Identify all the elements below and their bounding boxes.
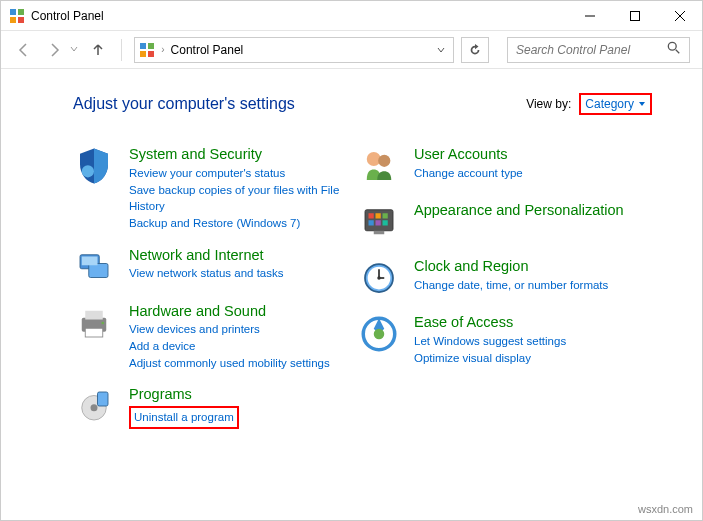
right-column: User Accounts Change account type Appear… [358,145,643,443]
category-link[interactable]: Backup and Restore (Windows 7) [129,215,358,232]
svg-rect-9 [148,43,154,49]
svg-rect-31 [369,220,374,225]
content-header: Adjust your computer's settings View by:… [73,93,702,115]
navbar: › Control Panel [1,31,702,69]
category-link[interactable]: Let Windows suggest settings [414,333,643,350]
svg-rect-3 [18,17,24,23]
svg-point-41 [374,329,385,340]
svg-point-12 [668,42,676,50]
address-bar[interactable]: › Control Panel [134,37,454,63]
recent-locations-button[interactable] [69,43,79,57]
control-panel-small-icon [139,42,155,58]
category-appearance: Appearance and Personalization [358,201,643,243]
category-user-accounts: User Accounts Change account type [358,145,643,187]
search-box[interactable] [507,37,690,63]
breadcrumb-chevron-icon[interactable]: › [161,44,164,55]
highlighted-link: Uninstall a program [129,406,239,429]
svg-rect-5 [630,11,639,20]
category-title[interactable]: Appearance and Personalization [414,201,643,220]
svg-point-21 [101,321,104,324]
minimize-button[interactable] [567,1,612,31]
svg-rect-19 [85,310,103,319]
category-hardware-sound: Hardware and Sound View devices and prin… [73,302,358,372]
category-link[interactable]: Adjust commonly used mobility settings [129,355,358,372]
svg-rect-20 [85,328,103,337]
categories-grid: System and Security Review your computer… [73,145,702,443]
category-link[interactable]: Change account type [414,165,643,182]
category-title[interactable]: Network and Internet [129,246,358,265]
category-link[interactable]: View network status and tasks [129,265,358,282]
svg-rect-28 [369,213,374,218]
category-link[interactable]: View devices and printers [129,321,358,338]
breadcrumb-text[interactable]: Control Panel [171,43,428,57]
category-system-security: System and Security Review your computer… [73,145,358,232]
control-panel-icon [9,8,25,24]
category-title[interactable]: Clock and Region [414,257,643,276]
ease-of-access-icon [358,313,400,355]
category-title[interactable]: Programs [129,385,358,404]
network-icon [73,246,115,288]
search-icon[interactable] [667,41,681,58]
titlebar-left: Control Panel [9,8,104,24]
svg-rect-0 [10,9,16,15]
category-link[interactable]: Save backup copies of your files with Fi… [129,182,358,215]
svg-rect-32 [376,220,381,225]
appearance-icon [358,201,400,243]
up-button[interactable] [87,38,109,62]
programs-icon [73,385,115,427]
forward-button[interactable] [43,38,65,62]
view-by-value: Category [585,97,634,111]
titlebar: Control Panel [1,1,702,31]
svg-line-13 [676,50,680,54]
back-button[interactable] [13,38,35,62]
svg-rect-29 [376,213,381,218]
category-link[interactable]: Optimize visual display [414,350,643,367]
svg-rect-11 [148,51,154,57]
svg-point-39 [377,276,381,280]
category-title[interactable]: System and Security [129,145,358,164]
category-clock-region: Clock and Region Change date, time, or n… [358,257,643,299]
nav-divider [121,39,122,61]
svg-rect-24 [98,392,109,406]
category-ease-of-access: Ease of Access Let Windows suggest setti… [358,313,643,366]
svg-rect-33 [383,220,388,225]
svg-rect-34 [374,231,385,235]
svg-rect-1 [18,9,24,15]
view-by-control: View by: Category [526,93,652,115]
category-title[interactable]: Hardware and Sound [129,302,358,321]
left-column: System and Security Review your computer… [73,145,358,443]
category-link[interactable]: Add a device [129,338,358,355]
shield-icon [73,145,115,187]
view-by-label: View by: [526,97,571,111]
printer-icon [73,302,115,344]
uninstall-program-link[interactable]: Uninstall a program [134,409,234,426]
search-input[interactable] [516,43,667,57]
view-by-dropdown[interactable]: Category [579,93,652,115]
svg-rect-16 [89,263,108,277]
chevron-down-icon [638,100,646,108]
svg-rect-10 [140,51,146,57]
category-programs: Programs Uninstall a program [73,385,358,429]
clock-icon [358,257,400,299]
page-title: Adjust your computer's settings [73,95,295,113]
category-link[interactable]: Review your computer's status [129,165,358,182]
svg-rect-8 [140,43,146,49]
refresh-button[interactable] [461,37,489,63]
maximize-button[interactable] [612,1,657,31]
category-title[interactable]: User Accounts [414,145,643,164]
watermark: wsxdn.com [638,503,693,515]
svg-point-23 [91,405,98,412]
close-button[interactable] [657,1,702,31]
user-accounts-icon [358,145,400,187]
content-area: Adjust your computer's settings View by:… [1,69,702,443]
address-dropdown-button[interactable] [433,43,449,57]
svg-rect-17 [82,256,98,265]
svg-point-14 [82,165,94,177]
svg-rect-30 [383,213,388,218]
category-title[interactable]: Ease of Access [414,313,643,332]
window-controls [567,1,702,31]
svg-point-26 [378,155,390,167]
svg-rect-2 [10,17,16,23]
category-link[interactable]: Change date, time, or number formats [414,277,643,294]
category-network-internet: Network and Internet View network status… [73,246,358,288]
